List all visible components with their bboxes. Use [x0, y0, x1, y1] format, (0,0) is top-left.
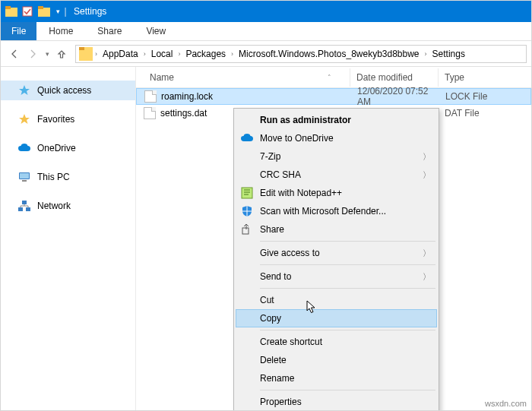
ctx-cut[interactable]: Cut — [236, 291, 437, 309]
chevron-right-icon[interactable]: › — [93, 50, 100, 58]
ctx-edit-notepadpp[interactable]: Edit with Notepad++ — [236, 184, 437, 202]
ctx-send-to[interactable]: Send to〉 — [236, 267, 437, 286]
share-icon — [240, 223, 254, 236]
quick-access-toolbar: ▾ | — [1, 1, 68, 22]
breadcrumb[interactable]: Microsoft.Windows.Photos_8wekyb3d8bbwe — [236, 46, 422, 62]
sidebar-item-network[interactable]: Network — [1, 196, 135, 216]
sidebar-item-onedrive[interactable]: OneDrive — [1, 138, 135, 158]
ctx-7zip[interactable]: 7-Zip〉 — [236, 147, 437, 166]
ctx-move-to-onedrive[interactable]: Move to OneDrive — [236, 129, 437, 147]
svg-rect-8 — [20, 173, 29, 179]
chevron-right-icon: 〉 — [423, 271, 431, 283]
ribbon-tab-view[interactable]: View — [134, 22, 178, 40]
file-icon — [144, 107, 156, 119]
column-header-type[interactable]: Type — [439, 68, 531, 87]
file-name: roaming.lock — [161, 91, 213, 102]
sort-ascending-icon: ˄ — [328, 74, 331, 81]
separator — [260, 264, 435, 265]
svg-rect-4 — [38, 6, 43, 9]
ctx-create-shortcut[interactable]: Create shortcut — [236, 333, 437, 351]
ribbon: File Home Share View — [1, 22, 531, 41]
file-name: settings.dat — [160, 108, 207, 119]
window-title: Settings — [74, 6, 106, 17]
qat-separator: | — [63, 3, 68, 20]
svg-rect-13 — [242, 188, 252, 198]
column-header-name[interactable]: Name ˄ — [136, 68, 350, 87]
file-date: 12/06/2020 07:52 AM — [351, 86, 439, 107]
svg-rect-10 — [22, 201, 27, 204]
ctx-properties[interactable]: Properties — [236, 393, 437, 411]
sidebar-item-label: Quick access — [37, 85, 91, 96]
address-bar[interactable]: › AppData › Local › Packages › Microsoft… — [75, 45, 527, 63]
chevron-right-icon[interactable]: › — [141, 50, 148, 58]
file-type: DAT File — [439, 108, 531, 119]
sidebar-item-label: OneDrive — [37, 143, 76, 153]
recent-locations-button[interactable]: ▾ — [42, 45, 52, 63]
title-bar: ▾ | Settings — [1, 1, 531, 22]
svg-rect-11 — [18, 207, 23, 211]
cursor-icon — [306, 300, 317, 315]
shield-icon — [240, 204, 254, 218]
chevron-right-icon: 〉 — [423, 248, 431, 259]
svg-rect-1 — [5, 6, 11, 9]
ctx-delete[interactable]: Delete — [236, 351, 437, 369]
star-icon — [17, 112, 31, 126]
monitor-icon — [17, 170, 31, 184]
navigation-pane: Quick access Favorites OneDrive This PC … — [1, 67, 136, 410]
column-header-date[interactable]: Date modified — [350, 68, 439, 87]
separator — [260, 288, 435, 289]
sidebar-item-favorites[interactable]: Favorites — [1, 109, 135, 129]
chevron-right-icon[interactable]: › — [229, 50, 236, 58]
column-headers: Name ˄ Date modified Type — [136, 67, 531, 88]
star-icon — [17, 84, 31, 97]
notepadpp-icon — [240, 186, 254, 200]
folder-icon — [79, 47, 93, 61]
file-row[interactable]: roaming.lock 12/06/2020 07:52 AM LOCK Fi… — [136, 88, 531, 105]
ctx-scan-defender[interactable]: Scan with Microsoft Defender... — [236, 202, 437, 220]
svg-rect-14 — [242, 228, 249, 234]
qat-item-2[interactable] — [36, 3, 52, 20]
nav-bar: ▾ › AppData › Local › Packages › Microso… — [1, 41, 531, 67]
sidebar-item-quick-access[interactable]: Quick access — [1, 81, 135, 100]
breadcrumb[interactable]: Settings — [429, 46, 468, 62]
breadcrumb[interactable]: AppData — [100, 46, 141, 62]
ctx-give-access-to[interactable]: Give access to〉 — [236, 244, 437, 262]
up-button[interactable] — [52, 45, 71, 63]
qat-dropdown-icon[interactable]: ▾ — [52, 3, 63, 20]
file-type: LOCK File — [439, 91, 530, 102]
separator — [260, 330, 435, 330]
network-icon — [17, 199, 31, 213]
file-icon — [144, 90, 157, 103]
ctx-share[interactable]: Share — [236, 220, 437, 239]
qat-item-1[interactable] — [19, 3, 36, 20]
ctx-rename[interactable]: Rename — [236, 369, 437, 387]
forward-button — [24, 45, 42, 63]
svg-marker-5 — [19, 85, 30, 95]
ctx-copy[interactable]: Copy — [236, 309, 437, 327]
back-button[interactable] — [5, 45, 24, 63]
ribbon-tab-home[interactable]: Home — [36, 22, 85, 40]
ribbon-file-tab[interactable]: File — [1, 22, 36, 40]
separator — [260, 241, 435, 242]
folder-icon — [4, 4, 19, 19]
sidebar-item-label: Favorites — [37, 114, 74, 125]
cloud-icon — [17, 141, 31, 155]
ctx-crc-sha[interactable]: CRC SHA〉 — [236, 166, 437, 184]
svg-rect-2 — [23, 7, 32, 16]
breadcrumb[interactable]: Packages — [182, 46, 229, 62]
context-menu: Run as administrator Move to OneDrive 7-… — [233, 108, 439, 411]
svg-marker-6 — [19, 114, 30, 124]
ribbon-tab-share[interactable]: Share — [85, 22, 134, 40]
svg-rect-9 — [22, 180, 27, 182]
chevron-right-icon[interactable]: › — [423, 50, 429, 58]
sidebar-item-this-pc[interactable]: This PC — [1, 167, 135, 187]
watermark: wsxdn.com — [485, 399, 527, 408]
chevron-right-icon: 〉 — [423, 151, 431, 163]
chevron-right-icon[interactable]: › — [176, 50, 182, 58]
sidebar-item-label: Network — [37, 201, 71, 211]
separator — [260, 390, 435, 390]
chevron-right-icon: 〉 — [423, 169, 431, 181]
breadcrumb[interactable]: Local — [148, 46, 176, 62]
ctx-run-as-admin[interactable]: Run as administrator — [236, 111, 437, 129]
sidebar-item-label: This PC — [37, 172, 70, 182]
